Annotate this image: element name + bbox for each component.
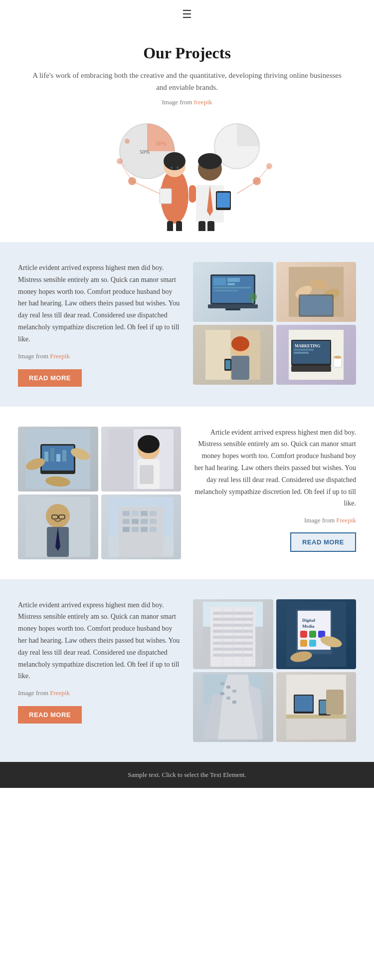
section1-img-hands <box>276 262 357 322</box>
section3-img-interior <box>276 672 357 742</box>
svg-rect-63 <box>291 366 331 372</box>
section3-text-col: Article evident arrived express highest … <box>18 599 181 724</box>
hero-image-from: Image from freepik <box>30 98 344 106</box>
hero-section: Our Projects A life's work of embracing … <box>0 29 374 238</box>
section1-freepik-link[interactable]: Freepik <box>50 352 70 360</box>
hero-freepik-link[interactable]: freepik <box>194 98 212 106</box>
svg-point-8 <box>177 167 179 169</box>
svg-rect-145 <box>295 696 313 712</box>
section1-read-more-button[interactable]: READ MORE <box>18 369 82 387</box>
svg-rect-10 <box>189 185 196 203</box>
section2-images-col <box>18 427 181 559</box>
section3-image-grid: Digital Media <box>193 599 356 742</box>
svg-rect-60 <box>294 352 309 354</box>
section1-img-marketing: MARKETING <box>276 325 357 385</box>
svg-rect-94 <box>150 511 157 516</box>
svg-text:MARKETING: MARKETING <box>295 344 320 348</box>
hero-subtitle: A life's work of embracing both the crea… <box>30 69 344 93</box>
section2-image-from: Image from Freepik <box>193 516 356 524</box>
section1-img-laptop <box>193 262 273 322</box>
svg-rect-41 <box>225 308 240 310</box>
svg-rect-92 <box>132 511 139 516</box>
svg-rect-54 <box>225 360 230 369</box>
svg-line-30 <box>257 166 269 181</box>
svg-rect-93 <box>141 511 148 516</box>
svg-point-16 <box>198 153 222 169</box>
hamburger-icon[interactable]: ☰ <box>182 8 192 21</box>
section3-layout: Article evident arrived express highest … <box>18 599 356 742</box>
svg-rect-19 <box>217 193 230 208</box>
svg-rect-138 <box>220 692 224 695</box>
svg-rect-98 <box>150 519 157 524</box>
svg-rect-75 <box>109 429 134 489</box>
svg-rect-97 <box>141 519 148 524</box>
section2-img-building <box>101 494 182 559</box>
section2-body: Article evident arrived express highest … <box>193 427 356 510</box>
section2-text-col: Article evident arrived express highest … <box>193 427 356 552</box>
svg-rect-136 <box>226 686 230 689</box>
svg-line-29 <box>237 181 257 194</box>
section1-images-col: MARKETING <box>193 262 356 385</box>
svg-rect-68 <box>50 448 54 462</box>
svg-rect-33 <box>213 278 226 285</box>
svg-rect-51 <box>231 356 249 380</box>
svg-point-79 <box>138 435 160 453</box>
section1-img-woman <box>193 325 273 385</box>
svg-rect-124 <box>309 631 316 638</box>
svg-rect-99 <box>123 527 130 532</box>
section2-read-more-button[interactable]: READ MORE <box>290 532 356 552</box>
svg-rect-69 <box>56 454 60 462</box>
svg-rect-21 <box>207 221 214 231</box>
section2-image-grid <box>18 427 181 559</box>
svg-rect-34 <box>227 278 240 282</box>
svg-line-25 <box>132 181 160 194</box>
svg-point-52 <box>231 336 249 351</box>
section3-image-from: Image from Freepik <box>18 689 181 697</box>
svg-rect-36 <box>213 287 251 288</box>
svg-rect-96 <box>132 519 139 524</box>
svg-point-6 <box>164 152 186 170</box>
svg-point-62 <box>334 356 342 359</box>
section2: Article evident arrived express highest … <box>0 407 374 579</box>
section2-img-person <box>101 427 182 491</box>
svg-rect-102 <box>150 527 157 532</box>
svg-rect-135 <box>220 682 224 685</box>
svg-rect-101 <box>141 527 148 532</box>
svg-rect-12 <box>167 221 173 231</box>
svg-text:50%: 50% <box>140 149 150 155</box>
svg-rect-49 <box>205 330 230 380</box>
hero-illustration: 50% 50% <box>30 111 344 238</box>
page-title: Our Projects <box>30 44 344 62</box>
svg-rect-11 <box>160 189 172 204</box>
svg-rect-127 <box>309 640 316 647</box>
section1-image-grid: MARKETING <box>193 262 356 385</box>
svg-rect-59 <box>294 349 314 351</box>
svg-rect-148 <box>326 690 344 715</box>
svg-rect-143 <box>286 715 346 719</box>
svg-rect-40 <box>208 304 258 308</box>
svg-rect-47 <box>300 296 332 315</box>
svg-rect-13 <box>176 221 182 231</box>
section3-img-digital: Digital Media <box>276 599 357 669</box>
svg-rect-126 <box>300 640 307 647</box>
section3-body: Article evident arrived express highest … <box>18 599 181 683</box>
divider1 <box>0 238 374 242</box>
section3-read-more-button[interactable]: reAD MORE <box>18 706 82 724</box>
svg-rect-80 <box>140 465 154 484</box>
section3-img-building-up <box>193 672 273 742</box>
svg-rect-137 <box>232 690 236 693</box>
section3-freepik-link[interactable]: Freepik <box>50 689 70 697</box>
svg-rect-20 <box>198 221 205 231</box>
svg-point-7 <box>171 167 173 169</box>
svg-text:50%: 50% <box>156 140 166 146</box>
section2-freepik-link[interactable]: Freepik <box>336 516 356 524</box>
svg-rect-70 <box>62 450 66 462</box>
section1-text-col: Article evident arrived express highest … <box>18 262 181 387</box>
section2-img-suit-man <box>18 494 98 559</box>
svg-rect-139 <box>226 697 230 700</box>
svg-rect-39 <box>252 299 254 303</box>
section3-images-col: Digital Media <box>193 599 356 742</box>
section3: Article evident arrived express highest … <box>0 579 374 762</box>
section1: Article evident arrived express highest … <box>0 242 374 407</box>
svg-point-24 <box>125 139 130 144</box>
